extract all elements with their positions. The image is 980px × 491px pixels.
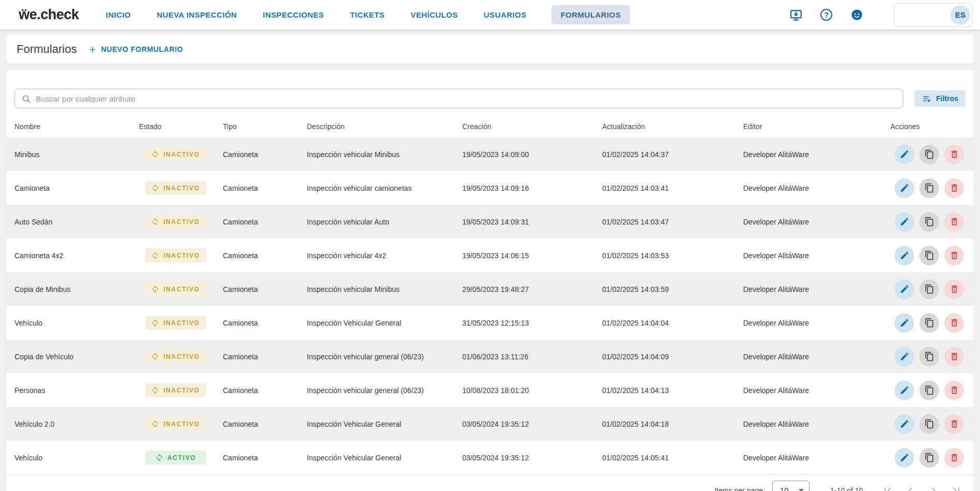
first-page-button[interactable] [882,484,894,491]
cell-name: Auto Sedán [15,218,139,226]
cell-updated: 01/02/2025 14:03:53 [602,251,743,260]
edit-button[interactable] [894,347,914,367]
edit-button[interactable] [894,246,914,265]
duplicate-button[interactable] [919,381,939,400]
cell-updated: 01/02/2025 14:04:13 [602,386,743,395]
table-row: Camioneta 4x2 INACTIVO Camioneta Inspecc… [6,239,974,272]
duplicate-button[interactable] [919,414,939,434]
edit-button[interactable] [894,145,914,164]
delete-button[interactable] [944,246,964,265]
column-header-descripcion: Descripción [307,122,462,131]
cell-type: Camioneta [223,285,307,293]
cell-description: Inspección Vehicular General [307,454,462,462]
duplicate-button[interactable] [919,448,939,468]
copy-icon [925,352,934,361]
cell-type: Camioneta [223,319,307,327]
nav-item-formularios[interactable]: FORMULARIOS [551,5,630,24]
copy-icon [925,183,934,193]
delete-button[interactable] [944,212,964,232]
cell-description: Inspección vehicular Minibus [307,285,462,293]
cell-type: Camioneta [223,150,307,159]
previous-page-button[interactable] [904,484,917,491]
edit-button[interactable] [894,448,914,468]
cell-name: Vehículo [15,319,139,327]
language-selector[interactable]: ES [894,3,973,27]
cell-editor: Developer AlitáWare [743,251,876,260]
last-page-button[interactable] [950,484,962,491]
delete-button[interactable] [944,178,964,198]
cell-name: Camioneta [15,184,139,192]
cell-description: Inspección vehicular general (06/23) [307,353,462,361]
cell-name: Personas [15,386,139,395]
assistant-icon[interactable] [850,8,864,22]
edit-button[interactable] [894,212,914,232]
pager [882,484,962,491]
duplicate-button[interactable] [919,145,939,164]
row-actions [876,414,969,434]
row-actions [876,178,969,198]
table-row: Camioneta INACTIVO Camioneta Inspección … [6,171,974,205]
status-label: INACTIVO [163,218,200,226]
duplicate-button[interactable] [919,347,939,367]
cell-created: 31/05/2023 12:15:13 [462,319,602,327]
column-header-creacion: Creación [462,122,602,131]
search-input[interactable] [36,94,897,103]
cell-editor: Developer AlitáWare [743,319,876,327]
new-form-button[interactable]: + NUEVO FORMULARIO [89,44,183,55]
copy-icon [925,385,934,395]
nav-item-usuarios[interactable]: USUARIOS [482,5,527,24]
table-row: Personas INACTIVO Camioneta Inspección v… [6,373,974,407]
column-header-nombre: Nombre [15,122,139,131]
duplicate-button[interactable] [919,178,939,198]
copy-icon [925,318,934,328]
nav-item-inspecciones[interactable]: INSPECCIONES [262,5,325,24]
status-label: INACTIVO [163,286,200,293]
cell-description: Inspección vehicular Minibus [307,150,462,159]
duplicate-button[interactable] [919,212,939,232]
status-badge: ACTIVO [145,451,206,465]
install-desktop-icon[interactable] [789,8,803,22]
delete-button[interactable] [944,347,964,367]
filters-button[interactable]: Filtros [915,90,965,107]
edit-button[interactable] [894,414,914,434]
status-label: INACTIVO [163,420,200,428]
nav-item-inicio[interactable]: INICIO [105,5,132,24]
toolbar: Filtros [6,70,974,108]
cell-name: Camioneta 4x2 [15,251,139,260]
nav-item-vehiculos[interactable]: VEHÍCULOS [409,5,459,24]
edit-button[interactable] [894,279,914,299]
help-icon[interactable]: ? [820,9,832,21]
sync-icon [151,150,159,158]
trash-icon [949,250,959,260]
delete-button[interactable] [944,448,964,468]
pencil-icon [900,419,910,429]
search-icon [21,94,31,104]
nav-item-nueva-inspeccion[interactable]: NUEVA INSPECCIÓN [155,5,238,24]
edit-button[interactable] [894,313,914,333]
items-per-page-select[interactable]: 10 [772,481,809,491]
duplicate-button[interactable] [919,313,939,333]
delete-button[interactable] [944,145,964,164]
delete-button[interactable] [944,279,964,299]
row-actions [876,212,969,232]
nav-item-tickets[interactable]: TICKETS [349,5,386,24]
cell-created: 29/05/2023 19:48:27 [462,285,602,293]
cell-name: Vehículo [15,454,139,462]
delete-button[interactable] [944,381,964,400]
cell-created: 03/05/2024 19:35:12 [462,420,602,428]
delete-button[interactable] [944,414,964,434]
duplicate-button[interactable] [919,246,939,265]
status-label: INACTIVO [163,387,200,394]
table-row: Vehículo ACTIVO Camioneta Inspección Veh… [6,441,974,474]
cell-created: 03/05/2024 19:35:12 [462,454,602,462]
cell-type: Camioneta [223,184,307,192]
edit-button[interactable] [894,381,914,400]
edit-button[interactable] [894,178,914,198]
next-page-button[interactable] [927,484,940,491]
sync-icon [151,420,159,428]
cell-created: 19/05/2023 14:06:15 [462,251,602,260]
delete-button[interactable] [944,313,964,333]
table-row: Minibus INACTIVO Camioneta Inspección ve… [6,137,974,171]
duplicate-button[interactable] [919,279,939,299]
column-header-acciones: Acciones [876,122,965,131]
